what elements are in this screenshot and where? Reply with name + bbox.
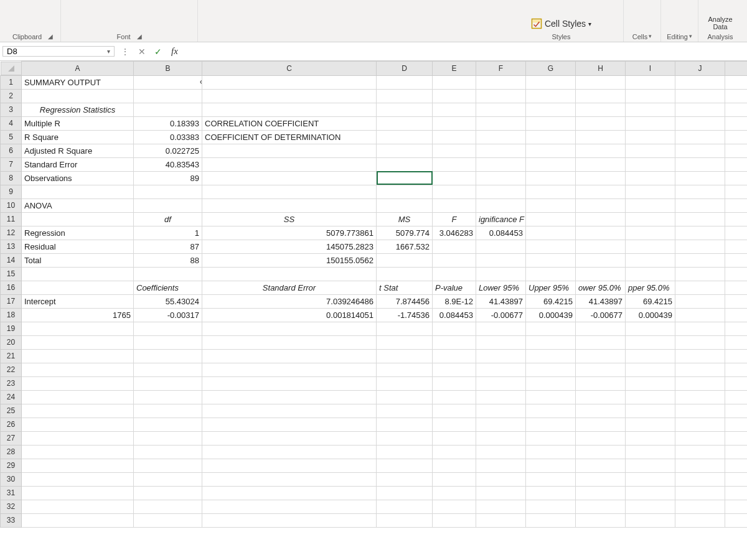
row-header[interactable]: 4 — [1, 116, 22, 130]
cell[interactable] — [202, 363, 377, 376]
cell[interactable] — [526, 459, 576, 472]
cell[interactable] — [476, 144, 526, 157]
cell[interactable] — [22, 267, 134, 281]
cell[interactable] — [526, 513, 576, 527]
cell[interactable] — [626, 431, 675, 445]
clipboard-dialog-launcher[interactable]: ◢ — [48, 33, 53, 40]
cell[interactable]: ANOVA — [22, 198, 134, 212]
cell[interactable] — [377, 472, 433, 486]
cell[interactable] — [134, 267, 202, 281]
cell[interactable] — [675, 130, 725, 144]
cell[interactable] — [675, 431, 725, 445]
cell[interactable] — [576, 431, 626, 445]
cell[interactable] — [134, 103, 202, 116]
cell[interactable] — [433, 198, 476, 212]
row-header[interactable]: 3 — [1, 103, 22, 116]
cell[interactable]: 0.000439 — [526, 308, 576, 322]
cell[interactable] — [626, 116, 675, 130]
cell[interactable] — [626, 253, 675, 267]
cell[interactable] — [134, 513, 202, 527]
cell[interactable]: 0.084453 — [476, 226, 526, 240]
row-header[interactable]: 13 — [1, 240, 22, 253]
cell[interactable] — [675, 459, 725, 472]
row-header[interactable]: 16 — [1, 281, 22, 294]
cell[interactable] — [202, 431, 377, 445]
row-header[interactable]: 31 — [1, 486, 22, 500]
cell[interactable] — [22, 349, 134, 363]
cell[interactable] — [725, 500, 748, 513]
cell[interactable]: 5079.773861 — [202, 226, 377, 240]
cell[interactable] — [576, 404, 626, 418]
cell[interactable]: 1765 — [22, 308, 134, 322]
cell[interactable] — [526, 240, 576, 253]
cell[interactable]: P-value — [433, 281, 476, 294]
col-header[interactable]: G — [526, 62, 576, 76]
cell[interactable] — [725, 349, 748, 363]
cell[interactable]: Standard Error — [202, 281, 377, 294]
row-header[interactable]: 15 — [1, 267, 22, 281]
cell[interactable] — [626, 376, 675, 390]
cell[interactable] — [377, 513, 433, 527]
cell[interactable] — [202, 157, 377, 171]
cell[interactable] — [725, 198, 748, 212]
cell[interactable] — [576, 322, 626, 335]
cell[interactable] — [576, 144, 626, 157]
cell[interactable] — [377, 459, 433, 472]
cell[interactable] — [626, 363, 675, 376]
cell[interactable] — [675, 253, 725, 267]
cell[interactable] — [576, 103, 626, 116]
cell[interactable] — [377, 363, 433, 376]
cell[interactable] — [134, 404, 202, 418]
cell[interactable] — [202, 418, 377, 431]
cell[interactable] — [576, 445, 626, 459]
cell[interactable] — [576, 267, 626, 281]
cell[interactable] — [22, 376, 134, 390]
cell[interactable] — [526, 157, 576, 171]
cell[interactable] — [377, 376, 433, 390]
cell[interactable] — [526, 322, 576, 335]
cell[interactable] — [433, 486, 476, 500]
cell[interactable] — [433, 459, 476, 472]
cell[interactable] — [725, 390, 748, 404]
cell[interactable] — [626, 459, 675, 472]
cell[interactable]: Regression — [22, 226, 134, 240]
cell[interactable]: pper 95.0% — [626, 281, 675, 294]
cell[interactable] — [675, 349, 725, 363]
cell[interactable] — [626, 89, 675, 103]
cell[interactable] — [526, 103, 576, 116]
cell[interactable] — [576, 130, 626, 144]
row-header[interactable]: 27 — [1, 431, 22, 445]
cell[interactable] — [626, 130, 675, 144]
cell[interactable] — [725, 513, 748, 527]
cell[interactable] — [134, 445, 202, 459]
cell[interactable] — [134, 431, 202, 445]
cell[interactable] — [22, 404, 134, 418]
cell[interactable] — [476, 171, 526, 185]
formula-bar-options-icon[interactable]: ⋮ — [117, 47, 134, 57]
cell[interactable]: -1.74536 — [377, 308, 433, 322]
cell[interactable] — [22, 500, 134, 513]
cell[interactable] — [433, 75, 476, 89]
cell[interactable] — [134, 198, 202, 212]
cell[interactable] — [526, 349, 576, 363]
cell[interactable] — [433, 185, 476, 198]
cell[interactable] — [725, 281, 748, 294]
font-dialog-launcher[interactable]: ◢ — [137, 33, 142, 40]
cell[interactable]: F — [433, 212, 476, 226]
cell[interactable] — [476, 376, 526, 390]
cell[interactable] — [576, 472, 626, 486]
cell[interactable] — [433, 240, 476, 253]
cell[interactable] — [526, 89, 576, 103]
cell[interactable] — [675, 212, 725, 226]
cell[interactable] — [626, 349, 675, 363]
cell[interactable] — [476, 157, 526, 171]
cell[interactable] — [675, 116, 725, 130]
cell[interactable] — [134, 363, 202, 376]
cell[interactable] — [22, 445, 134, 459]
cell[interactable] — [526, 486, 576, 500]
cell[interactable] — [202, 445, 377, 459]
row-header[interactable]: 2 — [1, 89, 22, 103]
cell[interactable] — [476, 418, 526, 431]
cell[interactable]: ignificance F — [476, 212, 526, 226]
cell[interactable] — [725, 486, 748, 500]
